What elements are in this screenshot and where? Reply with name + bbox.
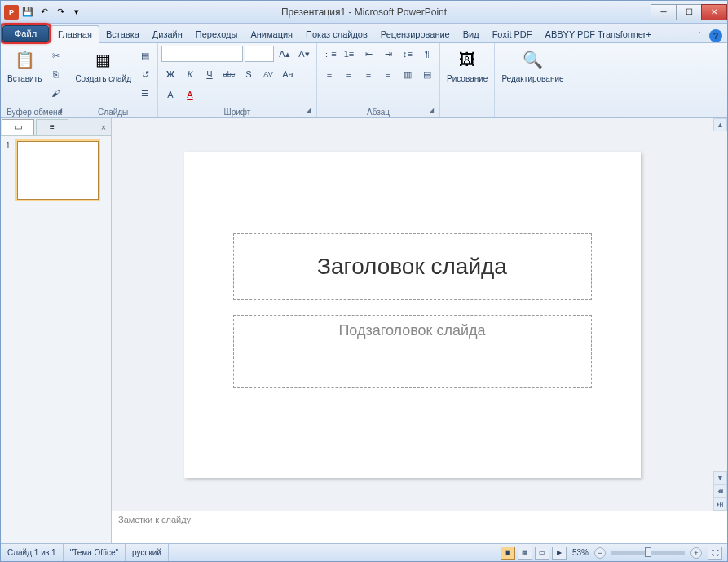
- title-placeholder[interactable]: Заголовок слайда: [233, 233, 592, 300]
- new-slide-button[interactable]: ▦ Создать слайд: [72, 45, 135, 85]
- text-direction-button[interactable]: ¶: [418, 45, 436, 63]
- char-spacing-button[interactable]: AV: [259, 65, 277, 83]
- tab-foxit[interactable]: Foxit PDF: [486, 26, 539, 42]
- file-tab[interactable]: Файл: [2, 25, 49, 42]
- bullets-button[interactable]: ⋮≡: [320, 45, 338, 63]
- font-size-select[interactable]: [245, 46, 274, 62]
- panel-tab-outline[interactable]: ≡: [36, 119, 68, 135]
- strike-button[interactable]: abc: [220, 65, 238, 83]
- subtitle-placeholder[interactable]: Подзаголовок слайда: [233, 315, 592, 388]
- group-slides-label: Слайды: [72, 107, 154, 117]
- thumbnail-list: 1: [1, 136, 111, 543]
- undo-icon[interactable]: ↶: [37, 5, 51, 20]
- paragraph-launcher-icon[interactable]: ◢: [426, 107, 436, 117]
- tab-insert[interactable]: Вставка: [99, 26, 146, 42]
- section-icon[interactable]: ☰: [136, 84, 154, 102]
- clipboard-launcher-icon[interactable]: ◢: [55, 107, 64, 117]
- columns-button[interactable]: ▥: [399, 65, 417, 83]
- slide-canvas[interactable]: Заголовок слайда Подзаголовок слайда: [112, 118, 713, 511]
- tab-slideshow[interactable]: Показ слайдов: [299, 26, 374, 42]
- panel-tab-slides[interactable]: ▭: [2, 119, 34, 135]
- ribbon-collapse-icon[interactable]: ˆ: [693, 29, 706, 42]
- group-editing-label: [498, 107, 567, 117]
- status-language[interactable]: русский: [126, 544, 169, 561]
- tab-animations[interactable]: Анимация: [244, 26, 299, 42]
- help-icon[interactable]: ?: [709, 29, 722, 42]
- convert-smartart-button[interactable]: ▤: [418, 65, 436, 83]
- group-paragraph: ⋮≡ 1≡ ⇤ ⇥ ↕≡ ¶ ≡ ≡ ≡ ≡ ▥ ▤ Абзац◢: [317, 43, 440, 117]
- shrink-font-icon[interactable]: A▾: [295, 45, 313, 63]
- align-center-button[interactable]: ≡: [340, 65, 358, 83]
- window-title: Презентация1 - Microsoft PowerPoint: [281, 7, 447, 18]
- thumbnail-preview[interactable]: [17, 141, 99, 200]
- layout-icon[interactable]: ▤: [136, 46, 154, 64]
- save-icon[interactable]: 💾: [20, 5, 35, 20]
- maximize-button[interactable]: ☐: [676, 4, 702, 20]
- font-family-select[interactable]: [161, 46, 243, 62]
- tab-home[interactable]: Главная: [51, 25, 99, 43]
- zoom-out-button[interactable]: −: [594, 547, 606, 559]
- tab-abbyy[interactable]: ABBYY PDF Transformer+: [539, 26, 658, 42]
- view-slideshow-button[interactable]: ▶: [552, 547, 567, 560]
- qat-more-icon[interactable]: ▾: [69, 5, 84, 20]
- editing-button[interactable]: 🔍 Редактирование: [498, 45, 567, 85]
- notes-pane[interactable]: Заметки к слайду: [112, 511, 727, 543]
- increase-indent-button[interactable]: ⇥: [379, 45, 397, 63]
- zoom-fit-button[interactable]: ⛶: [708, 547, 722, 560]
- group-slides: ▦ Создать слайд ▤ ↺ ☰ Слайды: [68, 43, 158, 117]
- next-slide-icon[interactable]: ⏭: [713, 498, 727, 511]
- titlebar: P 💾 ↶ ↷ ▾ Презентация1 - Microsoft Power…: [1, 1, 727, 24]
- redo-icon[interactable]: ↷: [53, 5, 68, 20]
- decrease-indent-button[interactable]: ⇤: [360, 45, 377, 63]
- font-launcher-icon[interactable]: ◢: [303, 107, 313, 117]
- scroll-up-icon[interactable]: ▲: [713, 118, 727, 131]
- clear-formatting-icon[interactable]: A: [161, 86, 179, 104]
- bold-button[interactable]: Ж: [161, 65, 179, 83]
- numbering-button[interactable]: 1≡: [340, 45, 358, 63]
- shadow-button[interactable]: S: [240, 65, 258, 83]
- format-painter-icon[interactable]: 🖌: [46, 84, 64, 102]
- thumbnail-number: 1: [6, 141, 14, 200]
- italic-button[interactable]: К: [181, 65, 199, 83]
- view-sorter-button[interactable]: ▦: [518, 547, 532, 560]
- zoom-in-button[interactable]: +: [690, 547, 702, 559]
- align-justify-button[interactable]: ≡: [379, 65, 397, 83]
- cut-icon[interactable]: ✂: [46, 46, 64, 64]
- tab-transitions[interactable]: Переходы: [189, 26, 245, 42]
- new-slide-label: Создать слайд: [75, 74, 131, 83]
- group-clipboard-label: Буфер обмена◢: [4, 107, 64, 117]
- underline-button[interactable]: Ч: [201, 65, 218, 83]
- scroll-down-icon[interactable]: ▼: [713, 471, 727, 485]
- font-color-button[interactable]: A: [181, 86, 199, 104]
- view-reading-button[interactable]: ▭: [535, 547, 549, 560]
- paste-icon: 📋: [11, 46, 38, 73]
- vertical-scrollbar[interactable]: ▲ ▼ ⏮ ⏭: [713, 118, 727, 511]
- zoom-slider[interactable]: [611, 551, 685, 555]
- tab-review[interactable]: Рецензирование: [374, 26, 457, 42]
- close-button[interactable]: ✕: [701, 4, 727, 20]
- align-left-button[interactable]: ≡: [320, 65, 338, 83]
- change-case-button[interactable]: Aa: [279, 65, 297, 83]
- ribbon-tabs: Файл Главная Вставка Дизайн Переходы Ани…: [1, 24, 727, 43]
- reset-icon[interactable]: ↺: [136, 65, 154, 83]
- zoom-thumb[interactable]: [645, 547, 651, 557]
- align-right-button[interactable]: ≡: [360, 65, 377, 83]
- scroll-track[interactable]: [713, 131, 727, 471]
- tab-view[interactable]: Вид: [457, 26, 486, 42]
- slide[interactable]: Заголовок слайда Подзаголовок слайда: [184, 152, 641, 478]
- status-theme: "Тема Office": [64, 544, 126, 561]
- view-normal-button[interactable]: ▣: [501, 547, 515, 560]
- prev-slide-icon[interactable]: ⏮: [713, 485, 727, 498]
- tab-design[interactable]: Дизайн: [146, 26, 189, 42]
- group-paragraph-label: Абзац◢: [320, 107, 436, 117]
- drawing-button[interactable]: 🖼 Рисование: [443, 45, 491, 85]
- line-spacing-button[interactable]: ↕≡: [399, 45, 417, 63]
- grow-font-icon[interactable]: A▴: [276, 45, 293, 63]
- panel-close-icon[interactable]: ×: [96, 122, 111, 132]
- app-icon[interactable]: P: [4, 5, 19, 20]
- paste-button[interactable]: 📋 Вставить: [4, 45, 45, 85]
- file-tab-highlight: Файл: [2, 25, 49, 42]
- copy-icon[interactable]: ⎘: [46, 65, 64, 83]
- minimize-button[interactable]: ─: [651, 4, 677, 20]
- thumbnail-item[interactable]: 1: [6, 141, 106, 200]
